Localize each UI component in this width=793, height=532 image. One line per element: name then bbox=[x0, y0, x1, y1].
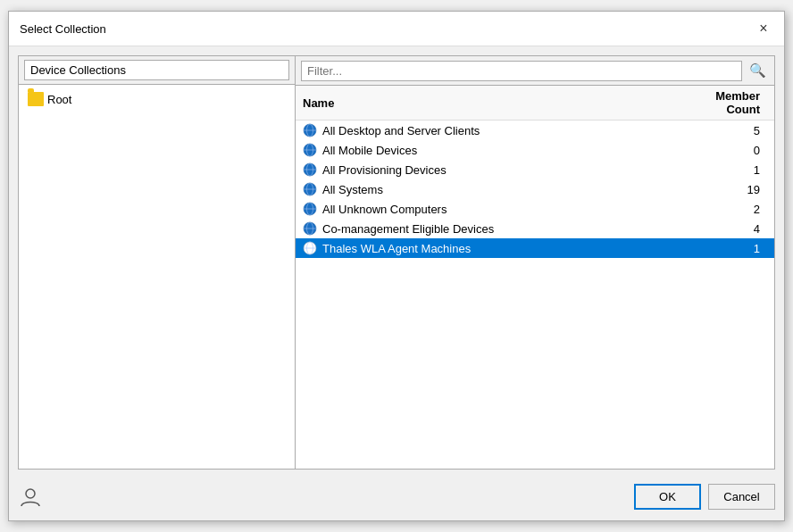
collection-icon bbox=[303, 202, 317, 216]
row-label: All Mobile Devices bbox=[322, 144, 687, 157]
row-label: Co-management Eligible Devices bbox=[322, 222, 687, 236]
search-icon[interactable]: 🔍 bbox=[746, 60, 769, 81]
row-label: All Desktop and Server Clients bbox=[322, 124, 687, 137]
close-button[interactable]: × bbox=[754, 19, 773, 38]
tree-item-root[interactable]: Root bbox=[24, 90, 289, 108]
row-count: 1 bbox=[687, 163, 767, 177]
dialog-title: Select Collection bbox=[20, 22, 106, 36]
user-icon bbox=[18, 485, 43, 510]
row-count: 5 bbox=[687, 124, 767, 137]
table-body: All Desktop and Server Clients5All Mobil… bbox=[296, 121, 774, 469]
row-label: Thales WLA Agent Machines bbox=[322, 242, 687, 255]
collection-type-dropdown[interactable]: Device Collections bbox=[24, 60, 289, 80]
select-collection-dialog: Select Collection × Device Collections R… bbox=[8, 11, 785, 521]
collection-icon bbox=[303, 241, 317, 255]
left-panel: Device Collections Root bbox=[19, 56, 296, 469]
folder-icon bbox=[28, 92, 44, 106]
svg-point-21 bbox=[26, 489, 35, 498]
dialog-body: Device Collections Root 🔍 Name Memb bbox=[9, 46, 784, 520]
row-count: 19 bbox=[687, 183, 767, 196]
table-row[interactable]: Co-management Eligible Devices4 bbox=[296, 219, 774, 238]
collection-icon bbox=[303, 221, 317, 236]
table-row[interactable]: Thales WLA Agent Machines1 bbox=[296, 238, 774, 258]
row-label: All Systems bbox=[322, 183, 687, 196]
row-count: 0 bbox=[687, 144, 767, 157]
filter-bar: 🔍 bbox=[296, 56, 774, 86]
column-name-header: Name bbox=[303, 96, 687, 110]
table-row[interactable]: All Mobile Devices0 bbox=[296, 140, 774, 160]
table-row[interactable]: All Provisioning Devices1 bbox=[296, 160, 774, 179]
tree-area: Root bbox=[19, 85, 295, 469]
filter-input[interactable] bbox=[301, 61, 742, 81]
dropdown-bar: Device Collections bbox=[19, 56, 295, 85]
footer-right: OK Cancel bbox=[634, 484, 775, 510]
collection-icon bbox=[303, 182, 317, 196]
main-content: Device Collections Root 🔍 Name Memb bbox=[18, 55, 775, 470]
right-panel: 🔍 Name Member Count All Desktop and Serv… bbox=[296, 56, 774, 469]
row-count: 2 bbox=[687, 203, 767, 216]
row-label: All Unknown Computers bbox=[322, 203, 687, 216]
row-count: 4 bbox=[687, 222, 767, 236]
table-row[interactable]: All Desktop and Server Clients5 bbox=[296, 121, 774, 140]
table-row[interactable]: All Systems19 bbox=[296, 179, 774, 199]
dialog-footer: OK Cancel bbox=[18, 478, 775, 511]
row-label: All Provisioning Devices bbox=[322, 163, 687, 177]
column-count-header: Member Count bbox=[687, 89, 767, 116]
row-count: 1 bbox=[687, 242, 767, 255]
collection-icon bbox=[303, 123, 317, 137]
table-header: Name Member Count bbox=[296, 86, 774, 121]
collection-icon bbox=[303, 162, 317, 177]
ok-button[interactable]: OK bbox=[634, 484, 701, 510]
table-row[interactable]: All Unknown Computers2 bbox=[296, 199, 774, 219]
tree-item-root-label: Root bbox=[47, 93, 71, 106]
title-bar: Select Collection × bbox=[9, 12, 784, 46]
collection-icon bbox=[303, 143, 317, 157]
cancel-button[interactable]: Cancel bbox=[708, 484, 775, 510]
footer-left bbox=[18, 485, 43, 510]
